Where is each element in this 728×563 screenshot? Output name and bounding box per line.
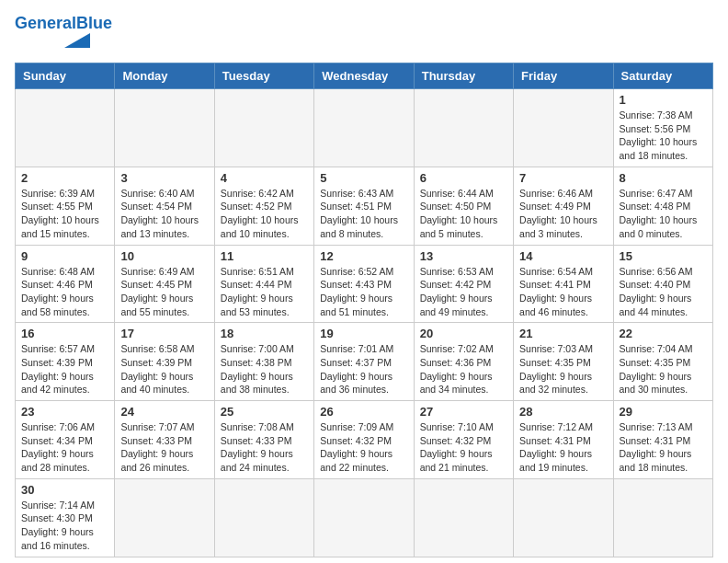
day-info: Sunrise: 6:53 AM Sunset: 4:42 PM Dayligh…: [420, 265, 507, 319]
day-info: Sunrise: 6:58 AM Sunset: 4:39 PM Dayligh…: [120, 342, 208, 396]
calendar-day-cell: 29Sunrise: 7:13 AM Sunset: 4:31 PM Dayli…: [613, 401, 712, 479]
day-number: 14: [519, 249, 607, 263]
calendar-day-cell: 8Sunrise: 6:47 AM Sunset: 4:48 PM Daylig…: [613, 167, 712, 245]
logo-icon: [64, 33, 90, 48]
weekday-header-friday: Friday: [514, 63, 613, 89]
day-info: Sunrise: 6:43 AM Sunset: 4:51 PM Dayligh…: [320, 187, 407, 241]
weekday-header-tuesday: Tuesday: [214, 63, 313, 89]
calendar-day-cell: [613, 478, 712, 557]
day-number: 1: [620, 93, 707, 107]
calendar-day-cell: 17Sunrise: 6:58 AM Sunset: 4:39 PM Dayli…: [115, 323, 214, 401]
day-number: 24: [120, 405, 208, 419]
day-number: 17: [120, 327, 208, 340]
day-info: Sunrise: 6:39 AM Sunset: 4:55 PM Dayligh…: [21, 187, 108, 241]
calendar-day-cell: [214, 478, 313, 557]
calendar-day-cell: 4Sunrise: 6:42 AM Sunset: 4:52 PM Daylig…: [214, 167, 313, 245]
day-info: Sunrise: 7:04 AM Sunset: 4:35 PM Dayligh…: [620, 342, 707, 396]
day-info: Sunrise: 7:00 AM Sunset: 4:38 PM Dayligh…: [221, 342, 308, 396]
calendar-day-cell: 27Sunrise: 7:10 AM Sunset: 4:32 PM Dayli…: [414, 401, 513, 479]
day-number: 27: [420, 405, 507, 419]
calendar-day-cell: 25Sunrise: 7:08 AM Sunset: 4:33 PM Dayli…: [214, 401, 313, 479]
calendar-day-cell: 7Sunrise: 6:46 AM Sunset: 4:49 PM Daylig…: [514, 167, 613, 245]
day-number: 8: [620, 171, 707, 185]
calendar-day-cell: 2Sunrise: 6:39 AM Sunset: 4:55 PM Daylig…: [16, 167, 115, 245]
calendar-day-cell: 15Sunrise: 6:56 AM Sunset: 4:40 PM Dayli…: [613, 245, 712, 323]
logo-text: GeneralBlue: [15, 15, 112, 31]
day-number: 13: [420, 249, 507, 263]
day-info: Sunrise: 6:46 AM Sunset: 4:49 PM Dayligh…: [519, 187, 607, 241]
calendar-day-cell: 12Sunrise: 6:52 AM Sunset: 4:43 PM Dayli…: [314, 245, 414, 323]
calendar-day-cell: [314, 89, 414, 167]
calendar-day-cell: 13Sunrise: 6:53 AM Sunset: 4:42 PM Dayli…: [414, 245, 513, 323]
calendar-day-cell: 30Sunrise: 7:14 AM Sunset: 4:30 PM Dayli…: [16, 478, 115, 557]
day-number: 20: [420, 327, 507, 340]
day-info: Sunrise: 7:02 AM Sunset: 4:36 PM Dayligh…: [420, 342, 507, 396]
day-info: Sunrise: 6:52 AM Sunset: 4:43 PM Dayligh…: [320, 265, 407, 319]
day-number: 6: [420, 171, 507, 185]
calendar-day-cell: 23Sunrise: 7:06 AM Sunset: 4:34 PM Dayli…: [16, 401, 115, 479]
calendar-day-cell: 24Sunrise: 7:07 AM Sunset: 4:33 PM Dayli…: [115, 401, 214, 479]
day-number: 3: [120, 171, 208, 185]
weekday-header-wednesday: Wednesday: [314, 63, 414, 89]
calendar-week-row: 23Sunrise: 7:06 AM Sunset: 4:34 PM Dayli…: [16, 401, 713, 479]
day-number: 21: [519, 327, 607, 340]
calendar-day-cell: 5Sunrise: 6:43 AM Sunset: 4:51 PM Daylig…: [314, 167, 414, 245]
day-info: Sunrise: 6:42 AM Sunset: 4:52 PM Dayligh…: [221, 187, 308, 241]
calendar-day-cell: 3Sunrise: 6:40 AM Sunset: 4:54 PM Daylig…: [115, 167, 214, 245]
day-number: 29: [620, 405, 707, 419]
calendar-day-cell: [514, 478, 613, 557]
day-number: 4: [221, 171, 308, 185]
day-number: 11: [221, 249, 308, 263]
day-number: 28: [519, 405, 607, 419]
day-info: Sunrise: 7:13 AM Sunset: 4:31 PM Dayligh…: [620, 420, 707, 475]
calendar-week-row: 9Sunrise: 6:48 AM Sunset: 4:46 PM Daylig…: [16, 245, 713, 323]
weekday-header-sunday: Sunday: [16, 63, 115, 89]
calendar-day-cell: 18Sunrise: 7:00 AM Sunset: 4:38 PM Dayli…: [214, 323, 313, 401]
calendar-day-cell: 6Sunrise: 6:44 AM Sunset: 4:50 PM Daylig…: [414, 167, 513, 245]
day-number: 22: [620, 327, 707, 340]
day-info: Sunrise: 6:57 AM Sunset: 4:39 PM Dayligh…: [21, 342, 108, 396]
calendar-week-row: 16Sunrise: 6:57 AM Sunset: 4:39 PM Dayli…: [16, 323, 713, 401]
calendar-day-cell: [414, 478, 513, 557]
calendar-day-cell: 10Sunrise: 6:49 AM Sunset: 4:45 PM Dayli…: [115, 245, 214, 323]
day-number: 16: [21, 327, 108, 340]
calendar-week-row: 30Sunrise: 7:14 AM Sunset: 4:30 PM Dayli…: [16, 478, 713, 557]
day-number: 10: [120, 249, 208, 263]
calendar-day-cell: 1Sunrise: 7:38 AM Sunset: 5:56 PM Daylig…: [613, 89, 712, 167]
calendar-day-cell: 14Sunrise: 6:54 AM Sunset: 4:41 PM Dayli…: [514, 245, 613, 323]
calendar-day-cell: [414, 89, 513, 167]
header: GeneralBlue: [15, 15, 713, 52]
day-number: 2: [21, 171, 108, 185]
weekday-header-saturday: Saturday: [613, 63, 712, 89]
weekday-header-thursday: Thursday: [414, 63, 513, 89]
calendar-day-cell: 9Sunrise: 6:48 AM Sunset: 4:46 PM Daylig…: [16, 245, 115, 323]
calendar-day-cell: 11Sunrise: 6:51 AM Sunset: 4:44 PM Dayli…: [214, 245, 313, 323]
day-info: Sunrise: 6:44 AM Sunset: 4:50 PM Dayligh…: [420, 187, 507, 241]
day-info: Sunrise: 7:06 AM Sunset: 4:34 PM Dayligh…: [21, 420, 108, 475]
day-number: 25: [221, 405, 308, 419]
day-info: Sunrise: 6:49 AM Sunset: 4:45 PM Dayligh…: [120, 265, 208, 319]
day-info: Sunrise: 7:03 AM Sunset: 4:35 PM Dayligh…: [519, 342, 607, 396]
day-number: 26: [320, 405, 407, 419]
day-info: Sunrise: 6:47 AM Sunset: 4:48 PM Dayligh…: [620, 187, 707, 241]
svg-marker-0: [64, 33, 90, 48]
calendar-week-row: 1Sunrise: 7:38 AM Sunset: 5:56 PM Daylig…: [16, 89, 713, 167]
calendar-day-cell: [214, 89, 313, 167]
day-number: 19: [320, 327, 407, 340]
weekday-header-row: SundayMondayTuesdayWednesdayThursdayFrid…: [16, 63, 713, 89]
day-number: 18: [221, 327, 308, 340]
day-info: Sunrise: 7:09 AM Sunset: 4:32 PM Dayligh…: [320, 420, 407, 475]
day-info: Sunrise: 7:10 AM Sunset: 4:32 PM Dayligh…: [420, 420, 507, 475]
calendar-day-cell: [16, 89, 115, 167]
calendar-day-cell: 22Sunrise: 7:04 AM Sunset: 4:35 PM Dayli…: [613, 323, 712, 401]
day-number: 23: [21, 405, 108, 419]
calendar-day-cell: 20Sunrise: 7:02 AM Sunset: 4:36 PM Dayli…: [414, 323, 513, 401]
day-info: Sunrise: 7:08 AM Sunset: 4:33 PM Dayligh…: [221, 420, 308, 475]
day-info: Sunrise: 6:54 AM Sunset: 4:41 PM Dayligh…: [519, 265, 607, 319]
logo-general: General: [15, 14, 76, 32]
calendar-day-cell: [115, 478, 214, 557]
calendar-day-cell: 26Sunrise: 7:09 AM Sunset: 4:32 PM Dayli…: [314, 401, 414, 479]
day-number: 9: [21, 249, 108, 263]
day-number: 30: [21, 483, 108, 497]
logo-blue: Blue: [76, 14, 112, 32]
